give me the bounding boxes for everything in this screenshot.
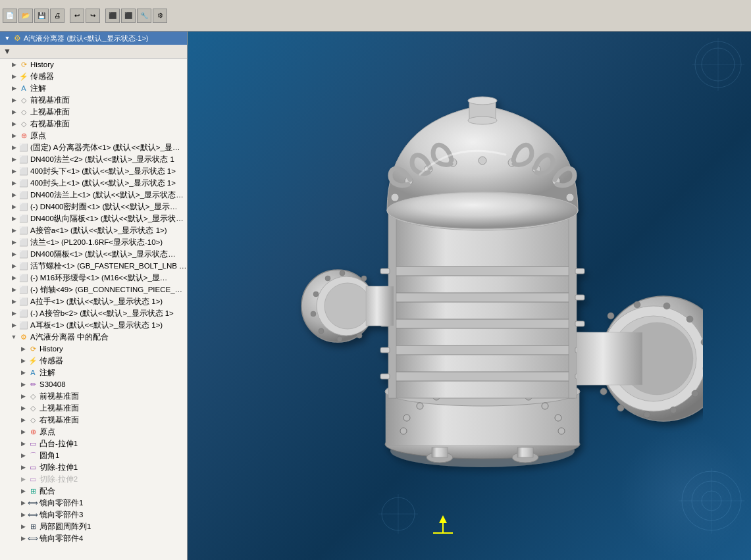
tree-item-part7[interactable]: ▶ ⬜ DN400纵向隔板<1> (默认<<默认>_显示状… xyxy=(0,213,187,224)
expander-icon[interactable]: ▶ xyxy=(18,522,28,531)
expander-icon[interactable]: ▶ xyxy=(9,143,18,152)
expander-icon[interactable]: ▶ xyxy=(9,261,18,270)
expander-icon[interactable]: ▶ xyxy=(18,534,28,543)
expander-icon[interactable]: ▶ xyxy=(9,309,18,318)
expander-icon[interactable]: ▶ xyxy=(9,166,18,176)
toolbar[interactable]: 📄 📂 💾 🖨 ↩ ↪ ⬛ ⬛ 🔧 ⚙ xyxy=(0,0,751,32)
toolbar-icon-view[interactable]: ⬛ xyxy=(121,9,136,23)
toolbar-icon-open[interactable]: 📂 xyxy=(18,9,33,23)
toolbar-icon-print[interactable]: 🖨 xyxy=(50,9,65,23)
expander-icon[interactable]: ▶ xyxy=(9,238,18,247)
tree-item-annotation2[interactable]: ▶ A 注解 xyxy=(0,367,187,378)
expander-icon[interactable]: ▶ xyxy=(18,392,28,401)
svg-point-91 xyxy=(313,292,319,297)
tree-item-annotation1[interactable]: ▶ A 注解 xyxy=(0,82,187,94)
tree-item-history2[interactable]: ▶ ⟳ History xyxy=(0,343,187,355)
tree-item-label: 切除-拉伸1 xyxy=(39,463,78,472)
tree-item-origin2[interactable]: ▶ ⊕ 原点 xyxy=(0,426,187,438)
tree-item-part13[interactable]: ▶ ⬜ (-) 销轴<49> (GB_CONNECTING_PIECE_F… xyxy=(0,284,187,295)
tree-item-part14[interactable]: ▶ ⬜ A拉手<1> (默认<<默认>_显示状态 1>) xyxy=(0,295,187,307)
expander-icon[interactable]: ▶ xyxy=(18,463,28,472)
expander-icon[interactable]: ▶ xyxy=(9,155,18,164)
toolbar-icon-redo[interactable]: ↪ xyxy=(86,9,100,23)
tree-item-sensor2[interactable]: ▶ ⚡ 传感器 xyxy=(0,355,187,367)
expander-icon[interactable]: ▶ xyxy=(18,451,28,460)
expander-icon[interactable]: ▶ xyxy=(18,403,28,413)
expander-icon[interactable]: ▶ xyxy=(9,273,18,282)
expander-icon[interactable]: ▶ xyxy=(9,119,18,128)
tree-item-origin1[interactable]: ▶ ⊕ 原点 xyxy=(0,130,187,141)
expander-icon[interactable]: ▶ xyxy=(18,510,28,519)
svg-point-71 xyxy=(686,316,693,322)
expander-icon[interactable]: ▶ xyxy=(9,214,18,223)
expander-icon[interactable]: ▶ xyxy=(9,285,18,294)
tree-item-feat4[interactable]: ▶ ▭ 切除-拉伸2 xyxy=(0,473,187,485)
expander-icon[interactable]: ▶ xyxy=(18,427,28,436)
tree-item-pattern1[interactable]: ▶ ⊞ 局部圆周阵列1 xyxy=(0,521,187,532)
tree-item-part3[interactable]: ▶ ⬜ 400封头下<1> (默认<<默认>_显示状态 1> xyxy=(0,165,187,177)
expander-icon[interactable]: ▶ xyxy=(18,380,28,389)
tree-area[interactable]: ▶ ⟳ History ▶ ⚡ 传感器 ▶ A 注解 ▶ ◇ 前视基准面 ▶ ◇… xyxy=(0,59,187,560)
tree-item-sensor1[interactable]: ▶ ⚡ 传感器 xyxy=(0,70,187,82)
expander-icon[interactable]: ▶ xyxy=(18,356,28,365)
expander-icon[interactable]: ▶ xyxy=(18,344,28,353)
tree-item-sketch1[interactable]: ▶ ✏ S30408 xyxy=(0,378,187,390)
toolbar-icon-tools[interactable]: 🔧 xyxy=(137,9,151,23)
expander-icon[interactable]: ▶ xyxy=(9,95,18,105)
tree-item-plane2[interactable]: ▶ ◇ 上视基准面 xyxy=(0,106,187,118)
toolbar-icon-save[interactable]: 💾 xyxy=(34,9,49,23)
expander-icon[interactable]: ▶ xyxy=(9,178,18,188)
tree-item-part4[interactable]: ▶ ⬜ 400封头上<1> (默认<<默认>_显示状态 1> xyxy=(0,177,187,189)
tree-item-part12[interactable]: ▶ ⬜ (-) M16环形缓母<1> (M16<<默认>_显… xyxy=(0,272,187,284)
tree-item-part10[interactable]: ▶ ⬜ DN400隔板<1> (默认<<默认>_显示状态… xyxy=(0,248,187,260)
tree-item-part9[interactable]: ▶ ⬜ 法兰<1> (PL200-1.6RF<显示状态-10>) xyxy=(0,236,187,248)
expander-icon[interactable]: ▶ xyxy=(18,474,28,484)
tree-item-plane1[interactable]: ▶ ◇ 前视基准面 xyxy=(0,94,187,106)
expander-icon[interactable]: ▶ xyxy=(9,320,18,330)
tree-item-plane3[interactable]: ▶ ◇ 右视基准面 xyxy=(0,118,187,130)
expander-icon[interactable]: ▶ xyxy=(9,202,18,211)
tree-item-plane4[interactable]: ▶ ◇ 前视基准面 xyxy=(0,390,187,402)
expander-icon[interactable]: ▶ xyxy=(18,439,28,448)
toolbar-icon-new[interactable]: 📄 xyxy=(3,9,17,23)
expander-icon[interactable]: ▶ xyxy=(9,190,18,199)
tree-item-part15[interactable]: ▶ ⬜ (-) A接管b<2> (默认<<默认>_显示状态 1> xyxy=(0,307,187,319)
expander-icon[interactable]: ▶ xyxy=(9,226,18,235)
tree-item-feat2[interactable]: ▶ ⌒ 圆角1 xyxy=(0,449,187,461)
expander-icon[interactable]: ▶ xyxy=(9,84,18,93)
tree-item-part6[interactable]: ▶ ⬜ (-) DN400密封圈<1> (默认<<默认>_显示… xyxy=(0,201,187,213)
toolbar-icon-undo[interactable]: ↩ xyxy=(70,9,84,23)
tree-item-subassembly[interactable]: ▼ ⚙ A汽液分离器 中的配合 xyxy=(0,331,187,343)
tree-item-mirror1[interactable]: ▶ ⟺ 镜向零部件1 xyxy=(0,497,187,509)
expander-icon[interactable]: ▶ xyxy=(9,60,18,69)
tree-item-part5[interactable]: ▶ ⬜ DN400法兰上<1> (默认<<默认>_显示状态… xyxy=(0,189,187,201)
tree-item-part2[interactable]: ▶ ⬜ DN400法兰<2> (默认<<默认>_显示状态 1 xyxy=(0,153,187,165)
tree-item-part8[interactable]: ▶ ⬜ A接管a<1> (默认<<默认>_显示状态 1>) xyxy=(0,224,187,236)
tree-item-part1[interactable]: ▶ ⬜ (固定) A分离器壳体<1> (默认<<默认>_显… xyxy=(0,141,187,153)
expander-icon[interactable]: ▶ xyxy=(18,486,28,496)
svg-rect-44 xyxy=(575,268,584,274)
tree-item-feat3[interactable]: ▶ ▭ 切除-拉伸1 xyxy=(0,461,187,473)
tree-item-plane6[interactable]: ▶ ◇ 右视基准面 xyxy=(0,414,187,426)
tree-item-part11[interactable]: ▶ ⬜ 活节螺栓<1> (GB_FASTENER_BOLT_LNB … xyxy=(0,260,187,272)
tree-item-part16[interactable]: ▶ ⬜ A耳板<1> (默认<<默认>_显示状态 1>) xyxy=(0,319,187,331)
toolbar-icon-options[interactable]: ⚙ xyxy=(153,9,167,23)
tree-item-plane5[interactable]: ▶ ◇ 上视基准面 xyxy=(0,402,187,414)
viewport[interactable] xyxy=(188,32,751,560)
expander-icon[interactable]: ▼ xyxy=(9,332,18,342)
tree-item-feat1[interactable]: ▶ ▭ 凸台-拉伸1 xyxy=(0,438,187,449)
toolbar-icon-3d[interactable]: ⬛ xyxy=(105,9,120,23)
expander-icon[interactable]: ▶ xyxy=(18,498,28,507)
expander-icon[interactable]: ▶ xyxy=(9,297,18,306)
expander-icon[interactable]: ▶ xyxy=(18,415,28,424)
expander-icon[interactable]: ▶ xyxy=(9,107,18,116)
tree-item-mirror2[interactable]: ▶ ⟺ 镜向零部件3 xyxy=(0,509,187,521)
tree-item-mirror3[interactable]: ▶ ⟺ 镜向零部件4 xyxy=(0,532,187,544)
expander-icon[interactable]: ▶ xyxy=(9,72,18,81)
tree-item-mate1[interactable]: ▶ ⊞ 配合 xyxy=(0,485,187,497)
expander-icon[interactable]: ▶ xyxy=(18,368,28,377)
tree-item-history1[interactable]: ▶ ⟳ History xyxy=(0,59,187,70)
expander-icon[interactable]: ▶ xyxy=(9,249,18,259)
expander-icon[interactable]: ▶ xyxy=(9,131,18,140)
tree-root-item[interactable]: ▼ ⚙ A汽液分离器 (默认<默认_显示状态-1>) xyxy=(0,32,187,45)
